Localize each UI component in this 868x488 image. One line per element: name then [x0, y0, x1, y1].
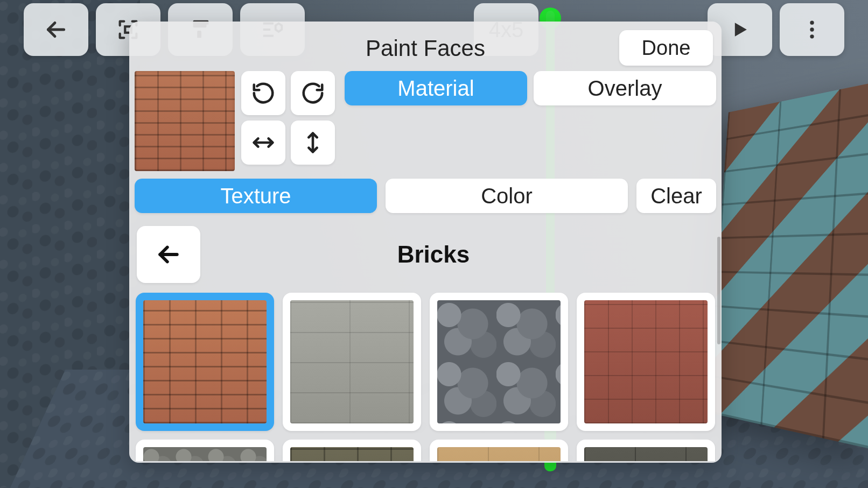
texture-tile-sandstone[interactable]: [430, 440, 568, 461]
more-icon[interactable]: [780, 3, 844, 56]
done-button[interactable]: Done: [619, 30, 713, 66]
rotate-ccw-button[interactable]: [241, 71, 285, 115]
scene-brick-block: [708, 79, 868, 451]
tab-color[interactable]: Color: [386, 179, 628, 213]
texture-tile-grey-block[interactable]: [283, 293, 421, 431]
scrollbar[interactable]: [717, 237, 720, 344]
svg-point-2: [810, 27, 814, 31]
material-preview: [135, 71, 235, 171]
texture-tile-small-cobble[interactable]: [136, 440, 274, 461]
flip-horizontal-button[interactable]: [241, 121, 285, 165]
mode-segmented-control: Texture Color Clear: [135, 179, 716, 213]
texture-tile-red-brick[interactable]: [136, 293, 274, 431]
texture-tile-dark-block[interactable]: [577, 440, 715, 461]
category-title: Bricks: [216, 241, 650, 268]
clear-button[interactable]: Clear: [636, 179, 716, 213]
layer-segmented-control: Material Overlay: [345, 71, 716, 105]
tab-texture[interactable]: Texture: [135, 179, 377, 213]
tab-material[interactable]: Material: [345, 71, 527, 105]
back-icon[interactable]: [24, 3, 88, 56]
rotate-cw-button[interactable]: [291, 71, 335, 115]
texture-grid-row2: [135, 440, 716, 461]
texture-tile-red-paver[interactable]: [577, 293, 715, 431]
texture-tile-cobblestone[interactable]: [430, 293, 568, 431]
panel-title: Paint Faces: [366, 36, 485, 61]
tab-overlay[interactable]: Overlay: [534, 71, 716, 105]
svg-point-3: [810, 34, 814, 38]
flip-vertical-button[interactable]: [291, 121, 335, 165]
texture-tile-mossy-brick[interactable]: [283, 440, 421, 461]
svg-point-1: [810, 21, 814, 25]
paint-faces-panel: Paint Faces Done Material Overlay: [129, 22, 722, 463]
texture-grid: [135, 293, 716, 431]
category-back-button[interactable]: [137, 226, 200, 283]
